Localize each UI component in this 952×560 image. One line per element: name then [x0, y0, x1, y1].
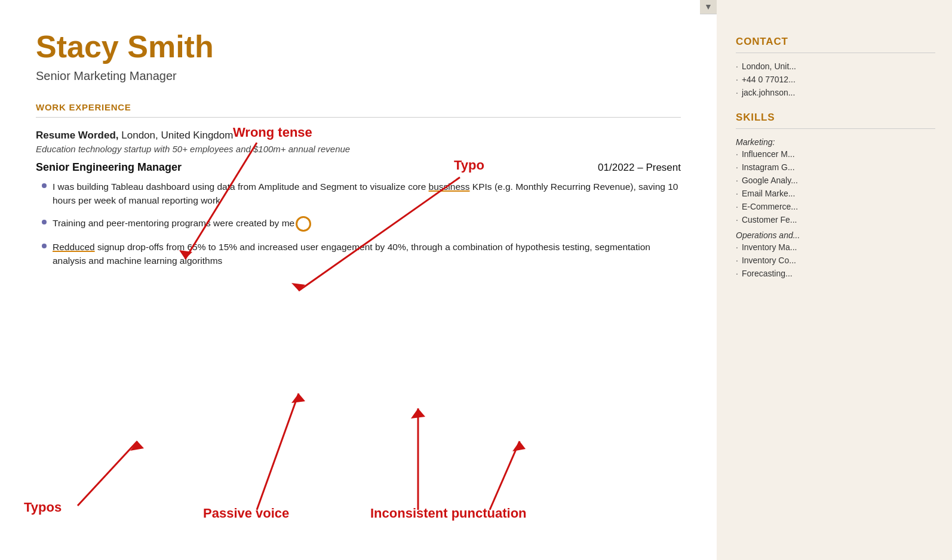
bullet-item-3: Redduced signup drop-offs from 65% to 15… [42, 240, 681, 268]
skill-inventory-2: · Inventory Co... [736, 256, 935, 265]
typos-bottom-label: Typos [24, 500, 62, 515]
svg-line-10 [490, 441, 520, 510]
svg-marker-11 [512, 441, 526, 451]
company-line: Resume Worded, London, United Kingdom [36, 130, 681, 141]
candidate-name: Stacy Smith [36, 29, 681, 64]
company-location: London, United Kingdom [119, 130, 234, 141]
scroll-indicator[interactable]: ▼ [700, 0, 717, 14]
passive-voice-label: Passive voice [203, 506, 289, 521]
contact-bullet-1: · [736, 61, 738, 71]
typo-redduced: Redduced [53, 242, 95, 252]
annotations-overlay: Wrong tense Typo Typos Passive voice Inc… [0, 0, 717, 560]
bullet-dot-2 [42, 220, 47, 224]
resume-main: ▼ Stacy Smith Senior Marketing Manager W… [0, 0, 717, 560]
contact-item-2: · +44 0 77012... [736, 75, 935, 84]
bullet-item-2: Training and peer-mentoring programs wer… [42, 216, 681, 232]
contact-item-1: · London, Unit... [736, 61, 935, 71]
candidate-title: Senior Marketing Manager [36, 69, 681, 83]
skill-ecommerce: · E-Commerce... [736, 202, 935, 211]
skill-email: · Email Marke... [736, 189, 935, 198]
contact-email: jack.johnson... [742, 88, 796, 97]
section-divider [36, 117, 681, 118]
svg-marker-3 [291, 283, 305, 291]
skill-influencer: · Influencer M... [736, 149, 935, 159]
skill-inventory-1: · Inventory Ma... [736, 242, 935, 252]
svg-line-6 [257, 393, 299, 510]
skills-header: SKILLS [736, 112, 935, 124]
svg-marker-5 [130, 441, 144, 451]
contact-phone: +44 0 77012... [742, 75, 796, 84]
skill-forecasting: · Forecasting... [736, 269, 935, 278]
bullet-text-3: Redduced signup drop-offs from 65% to 15… [53, 240, 681, 268]
company-name: Resume Worded, [36, 130, 119, 141]
svg-line-4 [78, 441, 137, 506]
contact-item-3: · jack.johnson... [736, 88, 935, 97]
skills-divider [736, 128, 935, 129]
job-title: Senior Engineering Manager [36, 161, 182, 174]
job-title-line: Senior Engineering Manager 01/2022 – Pre… [36, 161, 681, 174]
work-experience-header: WORK EXPERIENCE [36, 102, 681, 112]
svg-marker-9 [411, 408, 425, 419]
job-dates: 01/2022 – Present [598, 162, 681, 174]
bullet-text-2: Training and peer-mentoring programs wer… [53, 216, 311, 232]
bullet-list: I was building Tableau dashboard using d… [36, 180, 681, 267]
skill-google: · Google Analy... [736, 176, 935, 185]
inconsistent-punctuation-label: Inconsistent punctuation [370, 506, 527, 521]
resume-sidebar: CONTACT · London, Unit... · +44 0 77012.… [717, 0, 950, 560]
bullet-item-1: I was building Tableau dashboard using d… [42, 180, 681, 208]
svg-marker-7 [291, 393, 305, 403]
bullet-text-1: I was building Tableau dashboard using d… [53, 180, 681, 208]
company-desc: Education technology startup with 50+ em… [36, 144, 681, 154]
contact-header: CONTACT [736, 36, 935, 48]
skill-group-marketing-label: Marketing: [736, 137, 935, 147]
skill-group-operations-label: Operations and... [736, 230, 935, 240]
scroll-down-icon: ▼ [704, 2, 713, 12]
contact-location: London, Unit... [742, 61, 796, 71]
bullet-dot-1 [42, 183, 47, 188]
skill-instagram: · Instagram G... [736, 162, 935, 172]
contact-bullet-2: · [736, 75, 738, 84]
typo-bussiness: bussiness [429, 181, 470, 192]
contact-divider [736, 53, 935, 53]
bullet-dot-3 [42, 244, 47, 248]
skill-customer: · Customer Fe... [736, 215, 935, 224]
contact-bullet-3: · [736, 88, 738, 97]
